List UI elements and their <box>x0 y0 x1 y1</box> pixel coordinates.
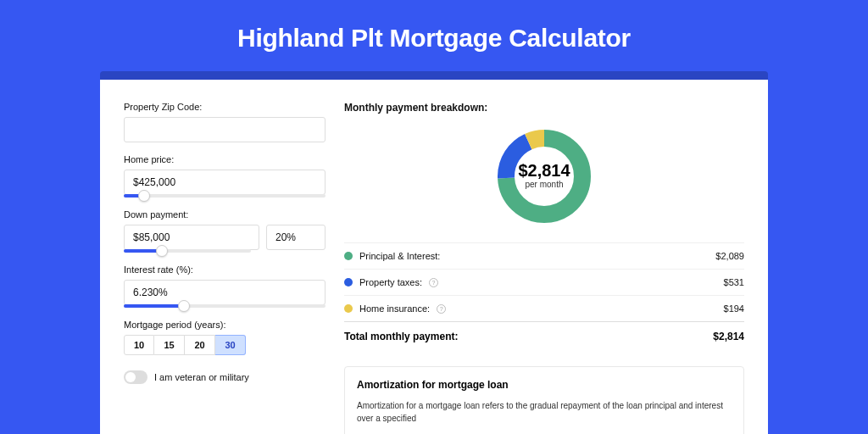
amortization-text: Amortization for a mortgage loan refers … <box>357 399 732 425</box>
zip-input[interactable] <box>124 117 326 142</box>
donut-chart: $2,814 per month <box>493 125 595 227</box>
page-title: Highland Plt Mortgage Calculator <box>0 0 868 71</box>
amortization-section: Amortization for mortgage loan Amortizat… <box>344 366 744 434</box>
down-payment-slider[interactable] <box>124 249 251 253</box>
period-field-wrap: Mortgage period (years): 10 15 20 30 <box>124 320 326 355</box>
breakdown-label: Home insurance: <box>359 303 430 314</box>
down-payment-field-wrap: Down payment: <box>124 209 326 253</box>
donut-center-amount: $2,814 <box>518 161 570 180</box>
breakdown-row-insurance: Home insurance: ? $194 <box>344 295 744 321</box>
interest-slider-fill <box>124 304 184 308</box>
interest-label: Interest rate (%): <box>124 264 326 275</box>
breakdown-value: $194 <box>724 303 744 314</box>
home-price-input[interactable] <box>124 170 326 195</box>
calculator-card: Property Zip Code: Home price: Down paym… <box>100 80 768 434</box>
breakdown-label: Principal & Interest: <box>359 251 440 261</box>
breakdown-value: $531 <box>724 277 744 287</box>
breakdown-value: $2,089 <box>715 251 744 261</box>
down-payment-slider-thumb[interactable] <box>156 245 168 257</box>
interest-input[interactable] <box>124 280 326 305</box>
total-label: Total monthly payment: <box>344 331 458 342</box>
results-panel: Monthly payment breakdown: $2,814 per mo… <box>344 102 744 434</box>
period-btn-20[interactable]: 20 <box>185 335 215 355</box>
breakdown-total-row: Total monthly payment: $2,814 <box>344 321 744 351</box>
donut-chart-wrap: $2,814 per month <box>344 114 744 242</box>
down-payment-label: Down payment: <box>124 209 326 220</box>
home-price-slider-thumb[interactable] <box>138 190 150 202</box>
breakdown-title: Monthly payment breakdown: <box>344 102 744 114</box>
breakdown-row-principal: Principal & Interest: $2,089 <box>344 242 744 269</box>
breakdown-row-taxes: Property taxes: ? $531 <box>344 269 744 295</box>
period-btn-30[interactable]: 30 <box>215 335 246 355</box>
info-icon[interactable]: ? <box>429 278 438 287</box>
info-icon[interactable]: ? <box>437 304 446 314</box>
period-btn-15[interactable]: 15 <box>154 335 185 355</box>
interest-slider[interactable] <box>124 304 326 308</box>
interest-field-wrap: Interest rate (%): <box>124 264 326 308</box>
breakdown-label: Property taxes: <box>359 277 422 287</box>
veteran-toggle-row: I am veteran or military <box>124 370 326 384</box>
veteran-toggle[interactable] <box>124 370 147 384</box>
home-price-label: Home price: <box>124 154 326 164</box>
zip-label: Property Zip Code: <box>124 102 326 112</box>
home-price-slider[interactable] <box>124 194 326 198</box>
period-btn-10[interactable]: 10 <box>124 335 154 355</box>
total-value: $2,814 <box>713 331 744 342</box>
dot-icon <box>344 252 353 260</box>
zip-field-wrap: Property Zip Code: <box>124 102 326 142</box>
down-payment-input[interactable] <box>124 225 259 250</box>
period-label: Mortgage period (years): <box>124 320 326 330</box>
period-button-group: 10 15 20 30 <box>124 335 326 355</box>
dot-icon <box>344 304 353 313</box>
down-payment-pct-input[interactable] <box>266 225 326 250</box>
form-panel: Property Zip Code: Home price: Down paym… <box>124 102 326 434</box>
dot-icon <box>344 278 353 287</box>
amortization-title: Amortization for mortgage loan <box>357 379 732 391</box>
home-price-field-wrap: Home price: <box>124 154 326 198</box>
card-container: Property Zip Code: Home price: Down paym… <box>100 71 768 434</box>
interest-slider-thumb[interactable] <box>178 300 190 312</box>
veteran-label: I am veteran or military <box>154 372 249 382</box>
donut-center-sub: per month <box>525 180 563 189</box>
